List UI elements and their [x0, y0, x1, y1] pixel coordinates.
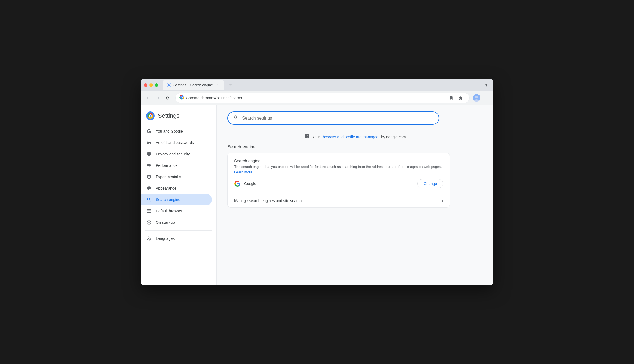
search-engine-icon [146, 197, 152, 203]
sidebar-you-and-google-label: You and Google [156, 129, 183, 133]
sidebar-item-you-and-google[interactable]: You and Google [141, 126, 212, 137]
omnibox-site-icon [179, 95, 184, 101]
sidebar: Settings You and Google Autofill and pas… [141, 105, 217, 285]
sidebar-experimental-ai-label: Experimental AI [156, 175, 182, 179]
search-engine-description-section: Search engine The search engine that you… [228, 153, 450, 194]
search-engine-card: Search engine The search engine that you… [227, 153, 450, 208]
sidebar-item-autofill[interactable]: Autofill and passwords [141, 137, 212, 148]
manage-search-engines-row[interactable]: Manage search engines and site search › [228, 194, 450, 207]
close-window-button[interactable] [144, 83, 147, 87]
languages-icon [146, 235, 152, 241]
svg-point-0 [168, 84, 170, 86]
back-button[interactable] [144, 94, 153, 102]
svg-rect-12 [147, 210, 151, 213]
search-settings-input[interactable] [242, 116, 433, 121]
appearance-icon [146, 185, 152, 191]
extensions-button[interactable] [457, 94, 465, 102]
search-engine-card-title: Search engine [234, 158, 443, 163]
traffic-lights [144, 83, 158, 87]
toolbar: Chromechrome://settings/search [141, 91, 493, 105]
bookmark-button[interactable] [447, 94, 456, 102]
managed-text-after: by google.com [381, 135, 406, 139]
sidebar-search-engine-label: Search engine [156, 197, 180, 202]
you-and-google-icon [146, 128, 152, 134]
performance-icon [146, 162, 152, 168]
new-tab-button[interactable]: + [226, 81, 234, 89]
current-engine-name: Google [244, 181, 414, 186]
sidebar-on-startup-label: On start-up [156, 220, 175, 225]
experimental-ai-icon [146, 174, 152, 180]
main-content: Settings You and Google Autofill and pas… [141, 105, 493, 285]
managed-text-before: Your [312, 135, 320, 139]
settings-header: Settings [141, 109, 216, 126]
sidebar-appearance-label: Appearance [156, 186, 176, 190]
sidebar-performance-label: Performance [156, 163, 177, 168]
tab-title: Settings – Search engine [173, 83, 213, 87]
svg-point-5 [475, 96, 478, 98]
user-avatar[interactable] [473, 94, 480, 102]
omnibox-actions [447, 94, 465, 102]
chevron-right-icon: › [442, 198, 443, 203]
browser-window: Settings – Search engine × + ▾ [141, 79, 493, 285]
active-tab[interactable]: Settings – Search engine × [163, 80, 224, 90]
omnibox-site-name: Chrome [186, 96, 199, 100]
sidebar-item-performance[interactable]: Performance [141, 160, 212, 171]
tab-favicon-icon [167, 83, 171, 87]
search-engine-card-desc: The search engine that you choose will b… [234, 164, 443, 175]
sidebar-item-privacy[interactable]: Privacy and security [141, 148, 212, 160]
autofill-icon [146, 140, 152, 146]
search-settings-box[interactable] [227, 111, 439, 125]
search-engine-desc-text: The search engine that you choose will b… [234, 165, 442, 169]
omnibox-url-path: chrome://settings/search [201, 96, 242, 100]
engine-row: Google Change [234, 179, 443, 188]
section-title: Search engine [227, 145, 483, 149]
menu-button[interactable] [481, 94, 490, 102]
svg-point-3 [181, 97, 183, 98]
svg-point-11 [150, 115, 151, 117]
sidebar-item-appearance[interactable]: Appearance [141, 183, 212, 194]
sidebar-item-languages[interactable]: Languages [141, 233, 212, 244]
content-area: Your browser and profile are managed by … [217, 105, 493, 285]
managed-link[interactable]: browser and profile are managed [323, 135, 378, 139]
reload-button[interactable] [163, 94, 172, 102]
settings-page-title: Settings [158, 112, 180, 119]
sidebar-item-experimental-ai[interactable]: Experimental AI [141, 171, 212, 183]
search-settings-icon [233, 115, 239, 122]
manage-search-engines-label: Manage search engines and site search [234, 199, 302, 203]
minimize-window-button[interactable] [149, 83, 153, 87]
omnibox[interactable]: Chromechrome://settings/search [175, 93, 470, 103]
tab-dropdown-button[interactable]: ▾ [483, 81, 490, 89]
sidebar-languages-label: Languages [156, 236, 175, 241]
forward-button[interactable] [154, 94, 162, 102]
sidebar-autofill-label: Autofill and passwords [156, 141, 194, 145]
learn-more-link[interactable]: Learn more [234, 170, 252, 174]
google-g-icon [234, 180, 241, 187]
sidebar-item-on-startup[interactable]: On start-up [141, 217, 212, 228]
title-bar: Settings – Search engine × + ▾ [141, 79, 493, 91]
managed-notice: Your browser and profile are managed by … [227, 131, 483, 145]
sidebar-default-browser-label: Default browser [156, 209, 182, 213]
sidebar-privacy-label: Privacy and security [156, 152, 190, 156]
sidebar-divider [145, 230, 212, 231]
sidebar-item-search-engine[interactable]: Search engine [141, 194, 212, 205]
managed-icon [304, 133, 310, 140]
chrome-logo [146, 111, 155, 120]
sidebar-item-default-browser[interactable]: Default browser [141, 205, 212, 217]
on-startup-icon [146, 219, 152, 225]
privacy-icon [146, 151, 152, 157]
search-box-wrapper [227, 111, 483, 125]
omnibox-url: Chromechrome://settings/search [186, 96, 445, 100]
tab-close-button[interactable]: × [215, 82, 220, 87]
change-engine-button[interactable]: Change [417, 179, 443, 188]
default-browser-icon [146, 208, 152, 214]
maximize-window-button[interactable] [155, 83, 158, 87]
